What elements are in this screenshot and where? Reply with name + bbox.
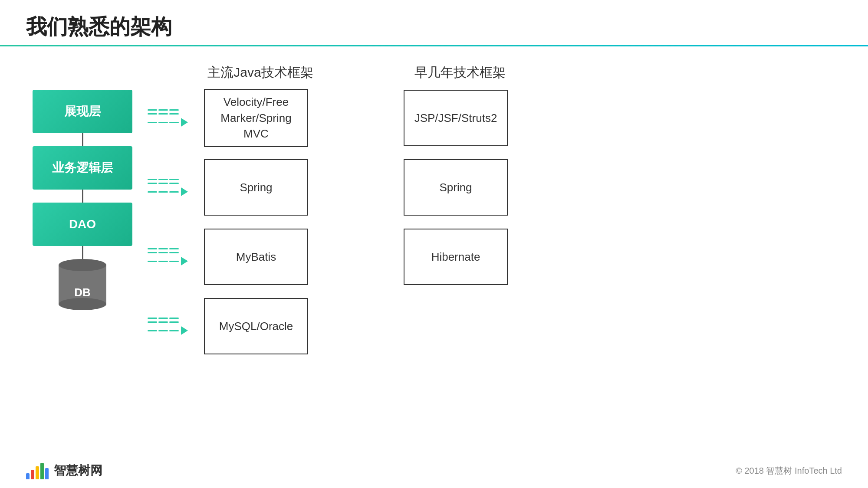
db-icon: DB	[59, 259, 106, 315]
connector-1	[82, 133, 83, 146]
logo-bars	[26, 462, 49, 479]
page-title: 我们熟悉的架构	[0, 0, 868, 45]
fw-box-1: Velocity/Free Marker/Spring MVC	[204, 89, 308, 147]
arrow-2	[148, 179, 188, 196]
connector-2	[82, 190, 83, 203]
fw-box-3: MyBatis	[204, 229, 308, 285]
arrows-column	[139, 64, 204, 474]
fw-box-4: MySQL/Oracle	[204, 298, 308, 354]
layer-dao: DAO	[33, 203, 132, 246]
logo-text: 智慧树网	[54, 462, 102, 479]
main-frameworks-column: 主流Java技术框架 Velocity/Free Marker/Spring M…	[204, 64, 317, 474]
footer: 智慧树网 © 2018 智慧树 InfoTech Ltd	[0, 462, 868, 479]
arch-layers: 展现层 业务逻辑层 DAO DB	[26, 64, 139, 474]
layer-presentation: 展现层	[33, 90, 132, 133]
layer-business: 业务逻辑层	[33, 146, 132, 190]
early-frameworks-column: 早几年技术框架 JSP/JSF/Struts2 Spring Hibernate	[404, 64, 516, 474]
ef-box-1: JSP/JSF/Struts2	[404, 90, 508, 146]
arrow-1	[148, 109, 188, 127]
arrow-3	[148, 248, 188, 265]
footer-copyright: © 2018 智慧树 InfoTech Ltd	[736, 465, 842, 477]
footer-logo: 智慧树网	[26, 462, 102, 479]
early-frameworks-header: 早几年技术框架	[404, 64, 516, 81]
main-frameworks-header: 主流Java技术框架	[204, 64, 317, 81]
db-label: DB	[74, 286, 91, 299]
arrow-4	[148, 318, 188, 335]
fw-box-2: Spring	[204, 159, 308, 216]
ef-box-2: Spring	[404, 159, 508, 216]
connector-3	[82, 246, 83, 259]
ef-box-3: Hibernate	[404, 229, 508, 285]
